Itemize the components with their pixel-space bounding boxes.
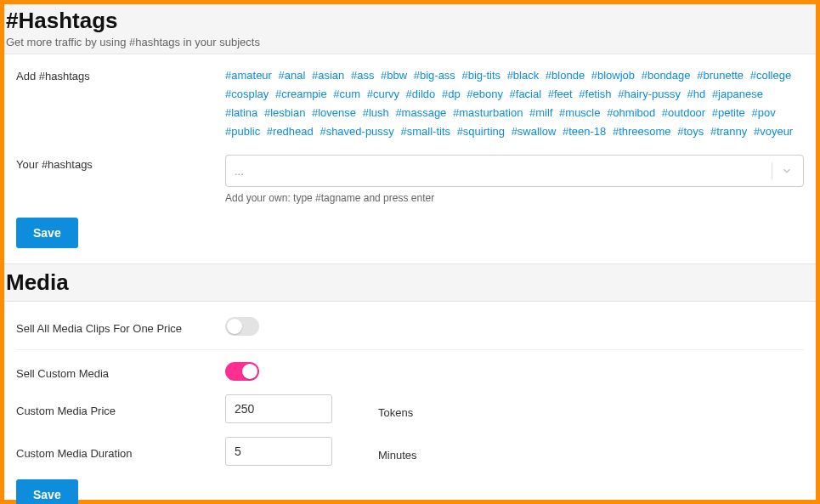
hashtag-link[interactable]: #fetish — [579, 88, 611, 100]
hashtag-link[interactable]: #blonde — [546, 69, 585, 82]
add-hashtags-label: Add #hashtags — [16, 66, 225, 82]
hashtag-link[interactable]: #masturbation — [453, 106, 523, 119]
hashtag-link[interactable]: #college — [750, 69, 791, 82]
custom-price-label: Custom Media Price — [16, 401, 225, 417]
hashtags-body: Add #hashtags #amateur #anal #asian #ass… — [4, 54, 816, 263]
hashtag-link[interactable]: #pov — [751, 106, 775, 119]
hashtag-link[interactable]: #ebony — [467, 88, 503, 100]
hashtag-link[interactable]: #bondage — [642, 69, 691, 82]
select-divider — [772, 162, 772, 179]
hashtag-link[interactable]: #blowjob — [591, 69, 635, 82]
hashtags-section-header: #Hashtags Get more traffic by using #has… — [4, 4, 816, 54]
hashtag-link[interactable]: #lovense — [312, 106, 356, 119]
divider — [16, 349, 804, 350]
hashtag-link[interactable]: #public — [225, 125, 260, 138]
select-placeholder: ... — [235, 165, 244, 178]
hashtags-subtitle: Get more traffic by using #hashtags in y… — [6, 36, 814, 48]
your-hashtags-select[interactable]: ... — [225, 155, 804, 187]
hashtag-link[interactable]: #ohmibod — [607, 106, 655, 119]
hashtag-link[interactable]: #shaved-pussy — [320, 125, 393, 138]
toggle-knob — [242, 364, 257, 379]
hashtag-hint: Add your own: type #tagname and press en… — [225, 192, 804, 204]
media-save-button[interactable]: Save — [16, 479, 78, 504]
hashtag-link[interactable]: #asian — [312, 69, 344, 82]
hashtag-list: #amateur #anal #asian #ass #bbw #big-ass… — [225, 66, 804, 141]
hashtag-link[interactable]: #lesbian — [264, 106, 305, 119]
hashtag-link[interactable]: #squirting — [457, 125, 505, 138]
price-suffix: Tokens — [332, 399, 434, 419]
custom-duration-input[interactable] — [225, 437, 332, 466]
hashtag-link[interactable]: #redhead — [267, 125, 314, 138]
sell-all-toggle[interactable] — [225, 317, 259, 336]
hashtag-link[interactable]: #facial — [510, 88, 542, 100]
hashtag-link[interactable]: #big-tits — [461, 69, 500, 82]
hashtag-link[interactable]: #lush — [363, 106, 389, 119]
hashtag-link[interactable]: #bbw — [381, 69, 407, 82]
hashtag-link[interactable]: #swallow — [512, 125, 557, 138]
duration-suffix: Minutes — [332, 442, 434, 462]
hashtag-link[interactable]: #petite — [712, 106, 745, 119]
hashtag-link[interactable]: #voyeur — [754, 125, 793, 138]
hashtag-link[interactable]: #dildo — [406, 88, 436, 100]
chevron-down-icon — [781, 165, 793, 177]
media-body: Sell All Media Clips For One Price Sell … — [4, 302, 816, 504]
custom-duration-label: Custom Media Duration — [16, 444, 225, 460]
hashtag-link[interactable]: #curvy — [367, 88, 399, 100]
hashtag-link[interactable]: #toys — [677, 125, 704, 138]
hashtag-link[interactable]: #japanese — [712, 88, 763, 100]
hashtag-link[interactable]: #outdoor — [662, 106, 705, 119]
sell-custom-toggle[interactable] — [225, 362, 259, 381]
hashtag-link[interactable]: #small-tits — [400, 125, 450, 138]
media-title: Media — [6, 269, 814, 296]
hashtag-link[interactable]: #teen-18 — [563, 125, 606, 138]
hashtag-link[interactable]: #dp — [442, 88, 461, 100]
hashtag-link[interactable]: #black — [507, 69, 540, 82]
your-hashtags-label: Your #hashtags — [16, 155, 225, 171]
hashtag-link[interactable]: #hairy-pussy — [618, 88, 681, 100]
hashtag-link[interactable]: #hd — [687, 88, 706, 100]
hashtags-save-button[interactable]: Save — [16, 218, 78, 248]
hashtag-link[interactable]: #creampie — [275, 88, 327, 100]
sell-all-label: Sell All Media Clips For One Price — [16, 319, 225, 335]
hashtag-link[interactable]: #tranny — [710, 125, 747, 138]
hashtag-link[interactable]: #anal — [279, 69, 306, 82]
hashtags-title: #Hashtags — [6, 8, 814, 34]
hashtag-link[interactable]: #feet — [548, 88, 573, 100]
hashtag-link[interactable]: #ass — [351, 69, 374, 82]
sell-custom-label: Sell Custom Media — [16, 364, 225, 380]
custom-price-input[interactable] — [225, 394, 332, 423]
hashtag-link[interactable]: #milf — [529, 106, 552, 119]
hashtag-link[interactable]: #cum — [333, 88, 360, 100]
hashtag-link[interactable]: #threesome — [613, 125, 671, 138]
hashtag-link[interactable]: #muscle — [559, 106, 600, 119]
hashtag-link[interactable]: #latina — [225, 106, 257, 119]
toggle-knob — [227, 319, 242, 334]
hashtag-link[interactable]: #amateur — [225, 69, 272, 82]
hashtag-link[interactable]: #brunette — [697, 69, 744, 82]
media-section-header: Media — [4, 263, 816, 302]
hashtag-link[interactable]: #big-ass — [414, 69, 455, 82]
hashtag-link[interactable]: #cosplay — [225, 88, 269, 100]
hashtag-link[interactable]: #massage — [395, 106, 446, 119]
